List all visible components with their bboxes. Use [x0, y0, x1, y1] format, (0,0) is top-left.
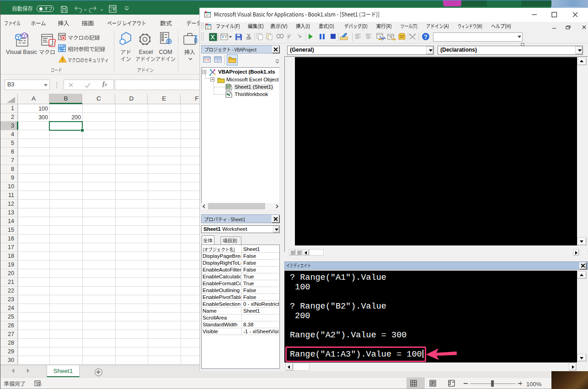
svg-text:?: ?	[424, 34, 427, 40]
